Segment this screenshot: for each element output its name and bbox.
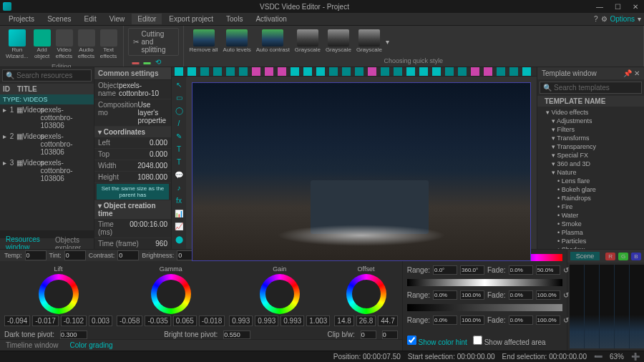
scope-g-chip[interactable]: G: [618, 253, 628, 260]
vtool-1[interactable]: ▭: [174, 92, 184, 102]
sat-strip[interactable]: [407, 279, 562, 286]
toolbar-icon-12[interactable]: [329, 67, 338, 76]
tool-icon[interactable]: ▬: [144, 58, 151, 66]
help-icon[interactable]: ?: [594, 15, 598, 23]
param-contrast[interactable]: [117, 250, 139, 260]
zoom-out-icon[interactable]: ➖: [594, 353, 602, 361]
vtool-12[interactable]: ⬤: [174, 234, 184, 244]
video-preview[interactable]: [192, 82, 531, 261]
resource-row[interactable]: ▸1▦Videospexels-cottonbro-103806: [0, 104, 94, 131]
tree-node[interactable]: ▾ 360 and 3D: [539, 160, 643, 168]
tree-node[interactable]: ▾ Transforms: [539, 134, 643, 142]
tab-timeline[interactable]: Timeline window: [0, 340, 64, 351]
prop-group[interactable]: ▾ Coordinates: [94, 127, 171, 137]
tree-node[interactable]: • Smoke: [539, 220, 643, 228]
scope-r-chip[interactable]: R: [605, 253, 615, 260]
vtool-8[interactable]: ♪: [174, 182, 184, 192]
menu-edit[interactable]: Edit: [78, 14, 102, 24]
menu-projects[interactable]: Projects: [3, 14, 40, 24]
resource-row[interactable]: ▸3▦Videospexels-cottonbro-103806: [0, 157, 94, 184]
style-remove-all-0[interactable]: Remove all: [188, 28, 220, 55]
param-tint[interactable]: [64, 250, 86, 260]
toolbar-icon-10[interactable]: [303, 67, 312, 76]
tree-node[interactable]: • Plasma: [539, 228, 643, 237]
show-area-checkbox[interactable]: Show affected area: [473, 336, 546, 346]
close-panel-icon[interactable]: ✕: [634, 69, 640, 77]
menu-export-project[interactable]: Export project: [163, 14, 219, 24]
dropdown-icon[interactable]: ▾: [638, 15, 641, 23]
prop-group[interactable]: ▾ Object creation time: [94, 200, 171, 219]
col-id[interactable]: ID: [3, 85, 17, 93]
toolbar-icon-5[interactable]: [239, 67, 248, 76]
ribbon-video[interactable]: Videoeffects: [54, 28, 74, 62]
toolbar-icon-2[interactable]: [200, 67, 209, 76]
minimize-icon[interactable]: —: [593, 3, 606, 11]
tree-node[interactable]: • Particles: [539, 237, 643, 245]
toolbar-icon-26[interactable]: [509, 67, 518, 76]
vtool-5[interactable]: T: [174, 144, 184, 154]
col-title[interactable]: TITLE: [17, 85, 37, 93]
tree-node[interactable]: ▾ Nature: [539, 168, 643, 177]
ribbon-run[interactable]: RunWizard...: [4, 28, 30, 62]
toolbar-icon-11[interactable]: [316, 67, 325, 76]
menu-scenes[interactable]: Scenes: [42, 14, 77, 24]
ribbon-add[interactable]: Addobject: [32, 28, 52, 62]
toolbar-icon-0[interactable]: [175, 67, 183, 76]
zoom-in-icon[interactable]: ➕: [631, 353, 640, 361]
tree-node[interactable]: ▾ Special FX: [539, 151, 643, 160]
vtool-3[interactable]: /: [174, 118, 184, 128]
toolbar-icon-14[interactable]: [355, 67, 364, 76]
ribbon-text[interactable]: Texteffects: [99, 28, 119, 62]
toolbar-icon-19[interactable]: [419, 67, 428, 76]
toolbar-icon-6[interactable]: [252, 67, 260, 76]
menu-editor[interactable]: Editor: [132, 14, 162, 24]
tab-color-grading[interactable]: Color grading: [64, 340, 119, 351]
ribbon-audio[interactable]: Audioeffects: [77, 28, 97, 62]
options-link[interactable]: Options: [610, 15, 635, 23]
menu-activation[interactable]: Activation: [250, 14, 292, 24]
param-temp[interactable]: [25, 250, 47, 260]
tree-node[interactable]: ▾ Video effects: [539, 108, 643, 117]
toolbar-icon-17[interactable]: [394, 67, 402, 76]
toolbar-icon-27[interactable]: [522, 67, 531, 76]
toolbar-icon-4[interactable]: [226, 67, 235, 76]
toolbar-icon-20[interactable]: [432, 67, 441, 76]
toolbar-icon-13[interactable]: [342, 67, 351, 76]
style-grayscale-4[interactable]: Grayscale: [324, 28, 353, 55]
toolbar-icon-18[interactable]: [406, 67, 415, 76]
prop-button[interactable]: Set the same size as the parent has: [97, 184, 169, 200]
tree-node[interactable]: • Lens flare: [539, 177, 643, 185]
tree-node[interactable]: ▾ Adjustments: [539, 117, 643, 125]
vtool-4[interactable]: ✎: [174, 131, 184, 141]
styles-more-icon[interactable]: ▾: [386, 38, 389, 46]
tree-node[interactable]: • Water: [539, 211, 643, 220]
toolbar-icon-7[interactable]: [265, 67, 273, 76]
vtool-0[interactable]: ↖: [174, 79, 184, 89]
tool-icon[interactable]: ⟲: [155, 58, 161, 66]
wheel-offset[interactable]: [346, 274, 386, 314]
lum-strip[interactable]: [407, 304, 562, 311]
wheel-gain[interactable]: [260, 274, 300, 314]
toolbar-icon-21[interactable]: [445, 67, 454, 76]
show-hint-checkbox[interactable]: Show color hint: [407, 336, 467, 346]
tree-node[interactable]: • Fire: [539, 202, 643, 211]
wheel-gamma[interactable]: [151, 274, 191, 314]
toolbar-icon-23[interactable]: [471, 67, 479, 76]
dark-pivot-input[interactable]: [60, 331, 87, 339]
toolbar-icon-22[interactable]: [458, 67, 467, 76]
toolbar-icon-8[interactable]: [278, 67, 286, 76]
clip-a-input[interactable]: [361, 331, 376, 339]
wheel-lift[interactable]: [39, 274, 79, 314]
vtool-2[interactable]: ◯: [174, 105, 184, 115]
resource-row[interactable]: ▸2▦Videospexels-cottonbro-103806: [0, 131, 94, 157]
vtool-11[interactable]: 📈: [174, 221, 184, 231]
menu-view[interactable]: View: [104, 14, 131, 24]
toolbar-icon-9[interactable]: [291, 67, 299, 76]
style-grayscale-3[interactable]: Grayscale: [293, 28, 322, 55]
toolbar-icon-15[interactable]: [368, 67, 376, 76]
toolbar-icon-3[interactable]: [213, 67, 222, 76]
toolbar-icon-16[interactable]: [381, 67, 389, 76]
tree-node[interactable]: ▾ Transparency: [539, 142, 643, 151]
type-header[interactable]: TYPE: VIDEOS: [0, 94, 94, 104]
clip-b-input[interactable]: [382, 331, 398, 339]
